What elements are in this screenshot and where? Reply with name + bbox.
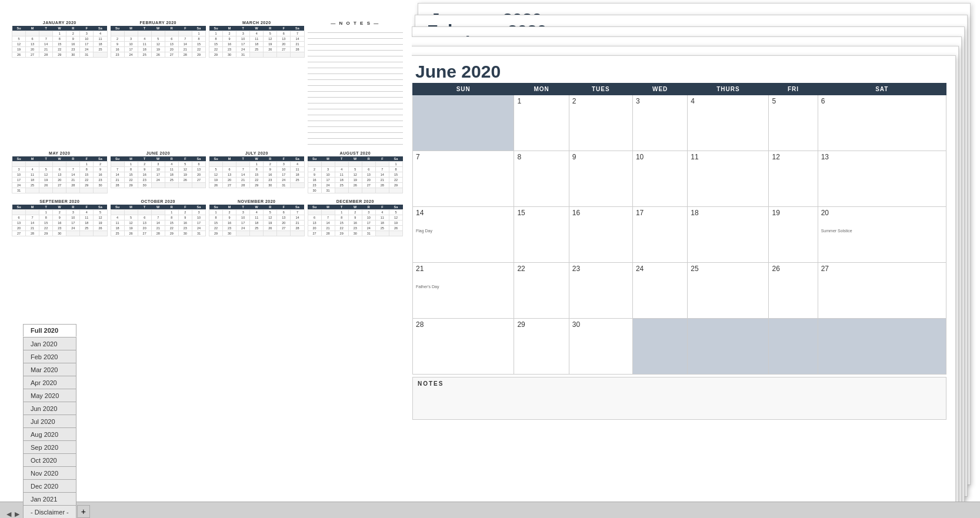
- sheet-tab[interactable]: Mar 2020: [23, 363, 76, 376]
- mini-cal-day: 12: [151, 42, 165, 47]
- mini-cal-day: [362, 162, 375, 167]
- mini-cal-day: 16: [223, 42, 236, 47]
- sheet-tab[interactable]: Aug 2020: [23, 427, 76, 440]
- mini-cal-header: Su: [308, 156, 321, 162]
- mini-cal-day: 2: [66, 31, 80, 36]
- mini-cal-day: 28: [236, 183, 250, 188]
- sheet-tab[interactable]: May 2020: [23, 389, 76, 402]
- mini-cal-day: 9: [178, 215, 192, 220]
- sheet-tab[interactable]: Dec 2020: [23, 479, 76, 492]
- day-number: 7: [416, 153, 511, 161]
- mini-cal-day: 11: [111, 220, 124, 226]
- mini-cal-header: T: [335, 205, 348, 210]
- mini-cal-header: T: [39, 26, 53, 31]
- mini-cal-day: 7: [26, 215, 39, 220]
- mini-cal-grid: SuMTWRFSa1234567891011121314151617181920…: [12, 156, 108, 193]
- day-number: 25: [691, 265, 765, 273]
- mini-cal-day: 13: [277, 36, 291, 42]
- mini-cal-day: 26: [264, 47, 277, 52]
- mini-cal-header: M: [223, 26, 236, 31]
- mini-cal-day: 2: [223, 210, 236, 215]
- june-day-cell: 22: [514, 263, 569, 319]
- mini-cal-header: R: [165, 26, 178, 31]
- mini-cal-day: 12: [348, 172, 362, 178]
- mini-cal-day: 14: [111, 172, 124, 178]
- june-day-cell: 24: [632, 263, 687, 319]
- mini-cal-day: 4: [250, 31, 264, 36]
- mini-cal-day: [348, 162, 362, 167]
- day-number: 18: [691, 209, 765, 217]
- mini-cal-day: 2: [53, 210, 66, 215]
- notes-line: [308, 45, 404, 51]
- day-number: 22: [517, 265, 565, 273]
- sheet-tab[interactable]: Jan 2021: [23, 492, 76, 505]
- col-fri: FRI: [769, 83, 818, 95]
- mini-cal-february-2020: FEBRUARY 2020SuMTWRFSa123456789101112131…: [111, 21, 206, 145]
- june-day-cell: 1: [514, 95, 569, 151]
- mini-cal-day: 6: [223, 167, 236, 172]
- tab-prev[interactable]: ◀: [5, 510, 13, 518]
- mini-cal-day: 26: [12, 52, 26, 58]
- sheet-tab[interactable]: Apr 2020: [23, 376, 76, 389]
- mini-cal-day: 7: [291, 210, 304, 215]
- sheet-tab[interactable]: Jun 2020: [23, 402, 76, 415]
- mini-cal-day: 3: [236, 31, 250, 36]
- day-number: 9: [572, 153, 629, 161]
- notes-line: [308, 110, 404, 115]
- page-june: June 2020 SUN MON TUES WED THURS FRI: [412, 55, 956, 502]
- mini-cal-grid: SuMTWRFSa1234567891011121314151617181920…: [209, 205, 305, 236]
- mini-cal-day: 19: [151, 47, 165, 52]
- sheet-tab[interactable]: Jul 2020: [23, 415, 76, 427]
- mini-cal-day: 1: [39, 210, 53, 215]
- mini-cal-day: [124, 210, 138, 215]
- mini-cal-header: T: [236, 156, 250, 162]
- sheet-tab[interactable]: Nov 2020: [23, 466, 76, 479]
- notes-line: [308, 39, 404, 45]
- sheet-tab[interactable]: Oct 2020: [23, 453, 76, 466]
- mini-cal-day: 6: [138, 215, 151, 220]
- notes-line: [308, 86, 404, 92]
- mini-cal-day: 19: [348, 178, 362, 183]
- mini-calendars-row2: MAY 2020SuMTWRFSa12345678910111213141516…: [12, 151, 403, 193]
- mini-cal-day: 22: [165, 226, 178, 231]
- mini-cal-day: 26: [151, 52, 165, 58]
- mini-cal-day: 19: [39, 178, 53, 183]
- mini-cal-may-2020: MAY 2020SuMTWRFSa12345678910111213141516…: [12, 151, 108, 193]
- mini-cal-day: 2: [308, 167, 321, 172]
- mini-cal-day: 7: [291, 31, 304, 36]
- mini-cal-day: 25: [291, 178, 304, 183]
- add-sheet-button[interactable]: +: [77, 505, 90, 518]
- notes-line: [308, 98, 404, 103]
- mini-calendars-row3: SEPTEMBER 2020SuMTWRFSa12345678910111213…: [12, 199, 403, 236]
- mini-cal-header: T: [236, 205, 250, 210]
- notes-line: [308, 81, 404, 86]
- mini-cal-day: 29: [335, 231, 348, 236]
- mini-cal-day: 26: [39, 183, 53, 188]
- sheet-tab[interactable]: Feb 2020: [23, 350, 76, 363]
- mini-cal-day: 20: [362, 178, 375, 183]
- mini-cal-day: [12, 31, 26, 36]
- mini-cal-day: 25: [26, 183, 39, 188]
- sheet-tab[interactable]: Full 2020: [23, 324, 76, 337]
- sheet-tab[interactable]: Jan 2020: [23, 337, 76, 350]
- mini-cal-header: W: [151, 205, 165, 210]
- day-event: Flag Day: [416, 229, 511, 233]
- notes-line: [308, 116, 404, 121]
- mini-cal-day: 1: [250, 162, 264, 167]
- mini-cal-day: 22: [335, 226, 348, 231]
- mini-cal-day: 27: [277, 226, 291, 231]
- mini-cal-day: 13: [308, 220, 321, 226]
- mini-cal-day: 26: [348, 183, 362, 188]
- mini-cal-header: F: [80, 26, 94, 31]
- tab-next[interactable]: ▶: [13, 510, 21, 518]
- sheet-tab[interactable]: - Disclaimer -: [23, 505, 76, 518]
- mini-cal-header: F: [178, 26, 192, 31]
- mini-cal-header: Su: [12, 156, 26, 162]
- mini-cal-day: 2: [178, 210, 192, 215]
- sheet-tab[interactable]: Sep 2020: [23, 440, 76, 453]
- mini-cal-day: 21: [321, 226, 335, 231]
- mini-cal-day: 14: [375, 172, 389, 178]
- mini-cal-day: 18: [80, 220, 94, 226]
- mini-cal-day: 20: [192, 172, 205, 178]
- mini-cal-day: 5: [12, 36, 26, 42]
